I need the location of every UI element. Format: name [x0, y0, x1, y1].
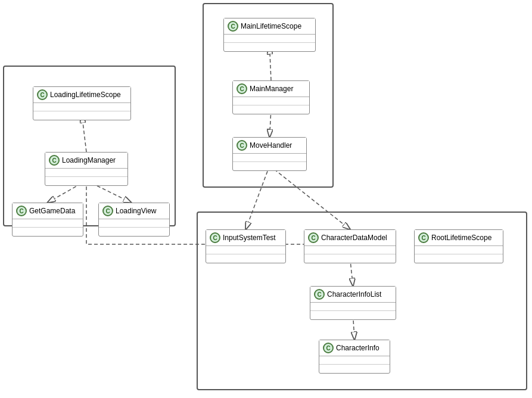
- class-section: [319, 356, 390, 365]
- class-section: [319, 365, 390, 373]
- node-characterinfo[interactable]: CCharacterInfo: [319, 340, 390, 374]
- class-section: [304, 254, 396, 263]
- class-icon: C: [37, 89, 48, 100]
- node-mainmanager[interactable]: CMainManager: [232, 80, 310, 114]
- class-section: [45, 177, 127, 185]
- class-name: InputSystemTest: [223, 234, 276, 242]
- class-section: [206, 254, 285, 263]
- class-section: [13, 228, 83, 236]
- class-icon: C: [16, 206, 27, 216]
- class-section: [224, 35, 315, 43]
- class-icon: C: [210, 232, 220, 243]
- class-icon: C: [418, 232, 429, 243]
- class-icon: C: [228, 21, 238, 32]
- node-characterinfolist[interactable]: CCharacterInfoList: [310, 286, 396, 320]
- node-rootlifetimescope[interactable]: CRootLifetimeScope: [414, 229, 503, 263]
- class-icon: C: [237, 140, 247, 151]
- class-name: CharacterInfo: [336, 344, 379, 352]
- class-icon: C: [102, 206, 113, 216]
- class-section: [233, 162, 306, 170]
- class-icon: C: [323, 343, 334, 353]
- class-name: MoveHandler: [250, 141, 292, 150]
- class-section: [99, 228, 169, 236]
- node-loadingmanager[interactable]: CLoadingManager: [45, 152, 128, 186]
- class-section: [233, 105, 309, 114]
- class-icon: C: [308, 232, 319, 243]
- node-inputsystemtest[interactable]: CInputSystemTest: [206, 229, 286, 263]
- class-section: [304, 246, 396, 254]
- class-section: [415, 246, 503, 254]
- node-loadingview[interactable]: CLoadingView: [98, 203, 170, 237]
- node-movehandler[interactable]: CMoveHandler: [232, 137, 307, 171]
- class-icon: C: [49, 155, 60, 166]
- class-section: [233, 97, 309, 105]
- node-loadinglifetimescope[interactable]: CLoadingLifetimeScope: [33, 86, 131, 120]
- class-section: [33, 111, 130, 120]
- class-section: [233, 154, 306, 162]
- class-name: LoadingManager: [62, 156, 116, 164]
- class-section: [310, 311, 396, 319]
- class-name: MainManager: [250, 85, 293, 93]
- class-section: [310, 303, 396, 311]
- class-name: RootLifetimeScope: [431, 234, 491, 242]
- class-section: [415, 254, 503, 263]
- class-icon: C: [314, 289, 325, 300]
- class-name: GetGameData: [29, 207, 75, 215]
- class-section: [224, 43, 315, 51]
- class-section: [13, 219, 83, 228]
- class-icon: C: [237, 83, 247, 94]
- class-section: [99, 219, 169, 228]
- class-name: CharacterInfoList: [327, 290, 381, 298]
- class-section: [206, 246, 285, 254]
- class-name: CharacterDataModel: [321, 234, 387, 242]
- node-mainlifetimescope[interactable]: CMainLifetimeScope: [223, 18, 316, 52]
- class-section: [45, 169, 127, 177]
- class-name: LoadingLifetimeScope: [50, 91, 121, 99]
- diagram-container: CMainLifetimeScopeCMainManagerCMoveHandl…: [0, 0, 532, 398]
- class-name: MainLifetimeScope: [241, 22, 301, 30]
- node-characterdatamodel[interactable]: CCharacterDataModel: [304, 229, 396, 263]
- class-name: LoadingView: [116, 207, 157, 215]
- class-section: [33, 103, 130, 111]
- node-getgamedata[interactable]: CGetGameData: [12, 203, 83, 237]
